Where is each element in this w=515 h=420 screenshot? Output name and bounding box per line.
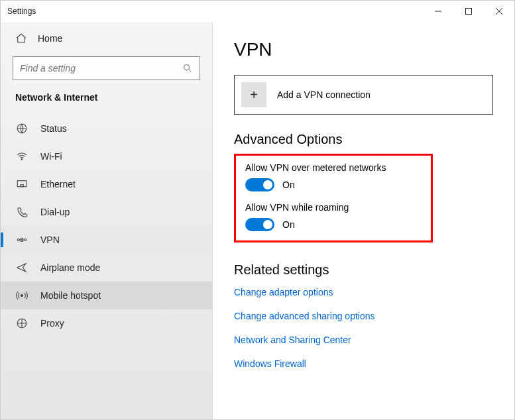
nav-item-proxy[interactable]: Proxy	[1, 309, 212, 337]
home-label: Home	[38, 33, 62, 44]
search-box[interactable]	[13, 56, 200, 80]
toggle-metered-state: On	[282, 180, 295, 190]
wifi-icon	[15, 150, 29, 162]
proxy-icon	[15, 317, 29, 329]
nav-item-airplane[interactable]: Airplane mode	[1, 254, 212, 282]
toggle-metered[interactable]	[245, 178, 274, 191]
toggle-roaming[interactable]	[245, 218, 274, 231]
plus-icon: +	[241, 82, 266, 107]
nav-label: Status	[40, 123, 67, 134]
minimize-button[interactable]	[423, 1, 453, 22]
option-metered-label: Allow VPN over metered networks	[245, 162, 422, 173]
highlighted-options: Allow VPN over metered networks On Allow…	[234, 154, 433, 242]
status-icon	[15, 123, 29, 134]
svg-point-7	[21, 159, 23, 160]
nav-label: Mobile hotspot	[40, 290, 101, 301]
nav-label: Dial-up	[40, 207, 70, 217]
svg-line-5	[189, 70, 191, 72]
option-roaming-label: Allow VPN while roaming	[245, 202, 422, 213]
nav-label: VPN	[40, 235, 60, 245]
option-roaming: Allow VPN while roaming On	[245, 202, 422, 231]
nav-label: Proxy	[40, 318, 64, 329]
close-button[interactable]	[484, 1, 514, 22]
hotspot-icon	[15, 289, 29, 301]
svg-point-11	[25, 239, 27, 241]
related-header: Related settings	[234, 262, 493, 278]
add-vpn-label: Add a VPN connection	[277, 89, 371, 100]
sidebar: Home Network & Internet Status Wi-Fi Eth…	[1, 22, 213, 419]
airplane-icon	[15, 262, 29, 274]
nav-item-ethernet[interactable]: Ethernet	[1, 170, 212, 198]
nav-item-hotspot[interactable]: Mobile hotspot	[1, 282, 212, 309]
svg-point-10	[17, 239, 19, 241]
ethernet-icon	[15, 178, 29, 190]
svg-rect-8	[17, 181, 27, 187]
nav-label: Wi-Fi	[40, 151, 62, 162]
nav-label: Airplane mode	[40, 262, 100, 273]
link-sharing[interactable]: Change advanced sharing options	[234, 311, 493, 321]
window-title: Settings	[7, 7, 423, 16]
home-icon	[15, 32, 27, 44]
section-header: Network & Internet	[1, 91, 212, 115]
vpn-icon	[15, 234, 29, 246]
nav-item-status[interactable]: Status	[1, 115, 212, 142]
nav-item-dialup[interactable]: Dial-up	[1, 198, 212, 226]
titlebar: Settings	[1, 1, 514, 22]
svg-point-13	[21, 295, 23, 297]
svg-rect-1	[466, 9, 472, 15]
dialup-icon	[15, 206, 29, 218]
option-metered: Allow VPN over metered networks On	[245, 162, 422, 191]
add-vpn-button[interactable]: + Add a VPN connection	[234, 75, 493, 115]
home-button[interactable]: Home	[1, 26, 212, 51]
nav-label: Ethernet	[40, 179, 76, 189]
toggle-roaming-state: On	[282, 219, 295, 230]
svg-point-4	[184, 65, 190, 70]
svg-rect-9	[21, 185, 24, 187]
content-pane: VPN + Add a VPN connection Advanced Opti…	[213, 22, 514, 419]
related-section: Related settings Change adapter options …	[234, 262, 493, 369]
advanced-header: Advanced Options	[234, 132, 493, 147]
maximize-button[interactable]	[453, 1, 484, 22]
nav-item-vpn[interactable]: VPN	[1, 226, 212, 254]
page-title: VPN	[234, 39, 493, 60]
nav-list: Status Wi-Fi Ethernet Dial-up VPN Airpla…	[1, 115, 212, 337]
search-icon	[182, 63, 193, 74]
link-network-center[interactable]: Network and Sharing Center	[234, 335, 493, 345]
link-adapter[interactable]: Change adapter options	[234, 287, 493, 297]
link-firewall[interactable]: Windows Firewall	[234, 358, 493, 369]
nav-item-wifi[interactable]: Wi-Fi	[1, 142, 212, 170]
search-input[interactable]	[20, 63, 182, 74]
